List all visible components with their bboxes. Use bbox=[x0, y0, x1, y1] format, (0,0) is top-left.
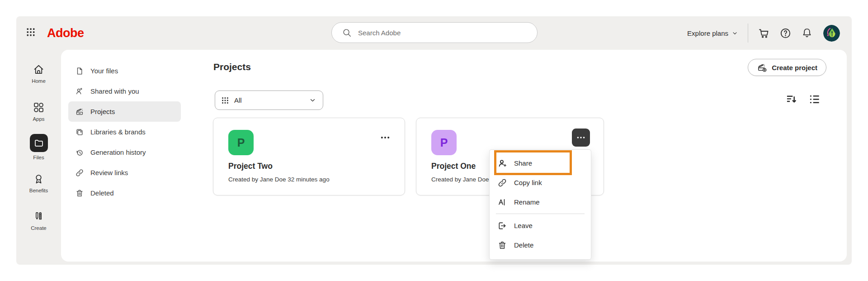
sidebar-item-label: Shared with you bbox=[90, 87, 139, 95]
rail-item-home[interactable]: Home bbox=[16, 63, 61, 84]
rail-item-create[interactable]: Create bbox=[16, 210, 61, 231]
copy-link-icon bbox=[497, 178, 507, 188]
more-options-icon bbox=[576, 132, 586, 143]
more-options-icon bbox=[379, 132, 391, 143]
sort-icon[interactable] bbox=[785, 93, 797, 105]
header-left: Adobe bbox=[26, 16, 84, 50]
rail-item-label: Benefits bbox=[29, 188, 48, 193]
sidebar-item-libraries-brands[interactable]: Libraries & brands bbox=[68, 122, 181, 142]
menu-item-label: Leave bbox=[514, 222, 533, 229]
project-tile: P bbox=[431, 130, 457, 155]
history-icon bbox=[75, 148, 84, 157]
sidebar-item-generation-history[interactable]: Generation history bbox=[68, 142, 181, 162]
app-window: Adobe Explore plans bbox=[0, 0, 868, 281]
project-meta: Created by Jane Doe 32 minutes ago bbox=[228, 176, 330, 183]
menu-item-share[interactable]: Share bbox=[490, 153, 591, 173]
menu-item-delete[interactable]: Delete bbox=[490, 235, 591, 255]
explore-plans-label: Explore plans bbox=[687, 29, 728, 37]
adobe-logo[interactable]: Adobe bbox=[47, 26, 84, 40]
shared-icon bbox=[75, 87, 84, 96]
rename-icon bbox=[497, 197, 507, 207]
menu-item-label: Rename bbox=[514, 198, 540, 206]
projects-icon bbox=[75, 107, 84, 116]
bell-icon[interactable] bbox=[801, 27, 813, 39]
create-project-icon bbox=[757, 62, 767, 73]
sidebar-item-label: Generation history bbox=[90, 148, 146, 156]
user-avatar[interactable] bbox=[823, 25, 840, 42]
project-name: Project Two bbox=[228, 162, 273, 171]
project-context-menu: Share Copy link Rename Leave D bbox=[489, 149, 591, 260]
menu-item-label: Delete bbox=[514, 241, 533, 249]
create-project-label: Create project bbox=[772, 64, 817, 71]
sidebar-item-label: Your files bbox=[90, 67, 118, 75]
share-icon bbox=[497, 158, 507, 168]
menu-item-leave[interactable]: Leave bbox=[490, 216, 591, 235]
project-card-project-two[interactable]: P Project Two Created by Jane Doe 32 min… bbox=[213, 118, 405, 195]
file-icon bbox=[75, 67, 84, 76]
global-search[interactable] bbox=[331, 22, 538, 43]
delete-icon bbox=[497, 240, 507, 250]
sidebar-item-shared-with-you[interactable]: Shared with you bbox=[68, 81, 181, 101]
sidebar-item-deleted[interactable]: Deleted bbox=[68, 183, 181, 203]
menu-item-copy-link[interactable]: Copy link bbox=[490, 173, 591, 192]
view-controls bbox=[785, 93, 821, 105]
project-tile: P bbox=[228, 130, 254, 155]
sidebar-item-label: Libraries & brands bbox=[90, 128, 146, 136]
trash-icon bbox=[75, 189, 84, 198]
rail-item-files[interactable]: Files bbox=[16, 134, 61, 160]
apps-icon bbox=[33, 101, 45, 114]
chevron-down-icon bbox=[309, 96, 316, 104]
sidebar-item-label: Projects bbox=[90, 108, 115, 115]
benefits-icon bbox=[33, 173, 45, 185]
menu-item-rename[interactable]: Rename bbox=[490, 192, 591, 212]
project-tile-letter: P bbox=[237, 136, 245, 149]
sidebar-item-label: Review links bbox=[90, 169, 128, 176]
home-icon bbox=[33, 63, 45, 76]
leave-icon bbox=[497, 221, 507, 231]
more-options-button[interactable] bbox=[379, 132, 391, 145]
menu-divider bbox=[496, 214, 585, 214]
sidebar-item-projects[interactable]: Projects bbox=[68, 101, 181, 122]
filter-dropdown[interactable]: All bbox=[215, 90, 323, 110]
rail-item-benefits[interactable]: Benefits bbox=[16, 173, 61, 193]
link-icon bbox=[75, 168, 84, 177]
menu-item-label: Copy link bbox=[514, 179, 542, 186]
chevron-down-icon bbox=[731, 30, 738, 37]
search-icon bbox=[342, 28, 352, 38]
grid-icon bbox=[222, 97, 229, 104]
create-icon bbox=[33, 210, 45, 223]
rail-item-label: Home bbox=[32, 78, 46, 84]
rail-item-apps[interactable]: Apps bbox=[16, 101, 61, 122]
help-icon[interactable] bbox=[779, 27, 792, 39]
sidebar-item-label: Deleted bbox=[90, 189, 114, 197]
menu-item-label: Share bbox=[514, 159, 532, 167]
filter-value: All bbox=[234, 96, 242, 104]
project-name: Project One bbox=[431, 162, 476, 171]
rail-item-label: Files bbox=[33, 155, 44, 160]
folder-icon bbox=[33, 138, 44, 148]
search-input[interactable] bbox=[357, 29, 530, 37]
files-active-tile bbox=[30, 134, 48, 152]
rail-item-label: Apps bbox=[33, 116, 44, 122]
explore-plans-button[interactable]: Explore plans bbox=[687, 29, 738, 37]
app-launcher-icon[interactable] bbox=[26, 28, 35, 38]
page-title: Projects bbox=[213, 62, 251, 72]
project-tile-letter: P bbox=[440, 136, 448, 149]
files-sidebar: Your files Shared with you Projects Libr… bbox=[68, 61, 181, 203]
rail-item-label: Create bbox=[31, 225, 47, 231]
sidebar-item-your-files[interactable]: Your files bbox=[68, 61, 181, 81]
more-options-button-active[interactable] bbox=[572, 129, 590, 147]
sidebar-item-review-links[interactable]: Review links bbox=[68, 162, 181, 183]
cart-icon[interactable] bbox=[758, 27, 770, 39]
libraries-icon bbox=[75, 128, 84, 137]
create-project-button[interactable]: Create project bbox=[748, 59, 826, 76]
header-divider bbox=[748, 24, 748, 43]
header-right: Explore plans bbox=[687, 16, 840, 50]
list-view-icon[interactable] bbox=[808, 93, 821, 105]
